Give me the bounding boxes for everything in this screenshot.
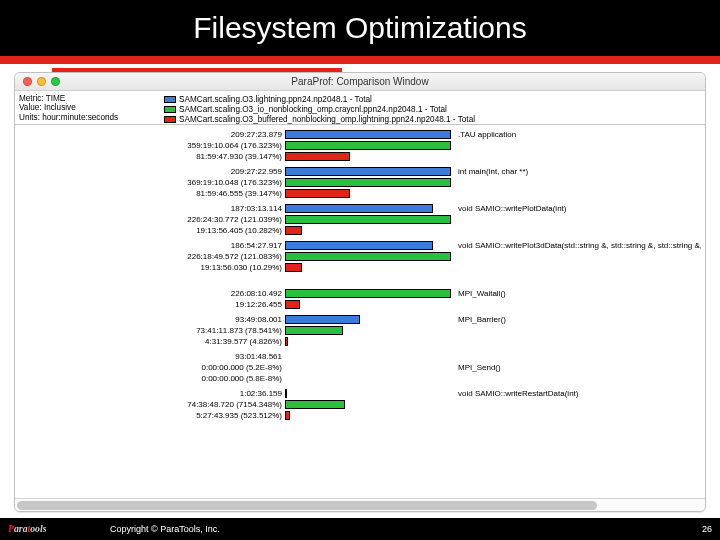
bar-track xyxy=(285,189,452,198)
bar xyxy=(285,167,451,176)
value-label: Value: Inclusive xyxy=(19,103,156,112)
swatch-icon xyxy=(164,116,176,123)
bar-row: 81:59:47.930 (39.147%) xyxy=(19,151,701,162)
bar-track xyxy=(285,141,452,150)
function-name: void SAMIO::writePlotData(int) xyxy=(452,204,701,213)
horizontal-scrollbar[interactable] xyxy=(15,498,705,511)
bar-track xyxy=(285,152,452,161)
bar-track xyxy=(285,374,452,383)
function-row[interactable]: 186:54:27.917void SAMIO::writePlot3dData… xyxy=(19,240,701,273)
bar xyxy=(285,263,302,272)
bar-track xyxy=(285,167,452,176)
slide-footer: Paratools Copyright © ParaTools, Inc. 26 xyxy=(0,518,720,540)
value-label: 81:59:47.930 (39.147%) xyxy=(19,152,285,161)
bar-row: 0:00:00.000 (5.2E-8%)MPI_Send() xyxy=(19,362,701,373)
bar-row: 209:27:23.879.TAU application xyxy=(19,129,701,140)
value-label: 187:03:13.114 xyxy=(19,204,285,213)
bar-track xyxy=(285,263,452,272)
value-label: 186:54:27.917 xyxy=(19,241,285,250)
bar-row: 369:19:10.048 (176.323%) xyxy=(19,177,701,188)
value-label: 226:18:49.572 (121.083%) xyxy=(19,252,285,261)
bar-row: 19:12:26.455 xyxy=(19,299,701,310)
bar xyxy=(285,315,360,324)
value-label: 369:19:10.048 (176.323%) xyxy=(19,178,285,187)
units-label: Units: hour:minute:seconds xyxy=(19,113,156,122)
bar xyxy=(285,411,290,420)
bar-track xyxy=(285,400,452,409)
legend-row: SAMCart.scaling.O3_buffered_nonblocking_… xyxy=(164,114,701,124)
red-divider xyxy=(0,56,720,64)
swatch-icon xyxy=(164,106,176,113)
value-label: 359:19:10.064 (176.323%) xyxy=(19,141,285,150)
logo: Paratools xyxy=(8,521,86,537)
function-name: void SAMIO::writeRestartData(int) xyxy=(452,389,701,398)
bar-track xyxy=(285,215,452,224)
bar-row: 93:01:48.561 xyxy=(19,351,701,362)
value-label: 19:12:26.455 xyxy=(19,300,285,309)
bar-track xyxy=(285,226,452,235)
bar xyxy=(285,289,451,298)
value-label: 0:00:00.000 (5.8E-8%) xyxy=(19,374,285,383)
bar-row: 1:02:36.159void SAMIO::writeRestartData(… xyxy=(19,388,701,399)
slide: Filesystem Optimizations ParaProf: Compa… xyxy=(0,0,720,540)
bar xyxy=(285,189,350,198)
legend-text: SAMCart.scaling.O3.lightning.ppn24.np204… xyxy=(179,95,372,104)
bar xyxy=(285,400,345,409)
bar-row: 74:38:48.720 (7154.348%) xyxy=(19,399,701,410)
bar-row: 187:03:13.114void SAMIO::writePlotData(i… xyxy=(19,203,701,214)
bar xyxy=(285,389,287,398)
value-label: 226:24:30.772 (121.039%) xyxy=(19,215,285,224)
bar-row: 0:00:00.000 (5.8E-8%) xyxy=(19,373,701,384)
bar xyxy=(285,141,451,150)
window-titlebar[interactable]: ParaProf: Comparison Window xyxy=(15,73,705,91)
metric-label: Metric: TIME xyxy=(19,94,156,103)
value-label: 19:13:56.405 (10.282%) xyxy=(19,226,285,235)
bar-track xyxy=(285,389,452,398)
function-row[interactable]: 209:27:23.879.TAU application359:19:10.0… xyxy=(19,129,701,162)
bar xyxy=(285,252,451,261)
function-row[interactable]: 93:01:48.5610:00:00.000 (5.2E-8%)MPI_Sen… xyxy=(19,351,701,384)
bar xyxy=(285,337,288,346)
bar xyxy=(285,215,451,224)
bar-row: 73:41:11.873 (78.541%) xyxy=(19,325,701,336)
bar-row: 186:54:27.917void SAMIO::writePlot3dData… xyxy=(19,240,701,251)
value-label: 74:38:48.720 (7154.348%) xyxy=(19,400,285,409)
bar-row: 209:27:22.959int main(int, char **) xyxy=(19,166,701,177)
scrollbar-thumb[interactable] xyxy=(17,501,597,510)
bar xyxy=(285,241,433,250)
legend: SAMCart.scaling.O3.lightning.ppn24.np204… xyxy=(160,91,705,124)
function-row[interactable]: 209:27:22.959int main(int, char **)369:1… xyxy=(19,166,701,199)
bar-row: 4:31:39.577 (4.826%) xyxy=(19,336,701,347)
value-label: 209:27:23.879 xyxy=(19,130,285,139)
function-row[interactable]: 187:03:13.114void SAMIO::writePlotData(i… xyxy=(19,203,701,236)
legend-text: SAMCart.scaling.O3_buffered_nonblocking_… xyxy=(179,115,475,124)
value-label: 5:27:43.935 (523.512%) xyxy=(19,411,285,420)
panel-header: Metric: TIME Value: Inclusive Units: hou… xyxy=(15,91,705,125)
bar xyxy=(285,326,343,335)
function-row[interactable]: 226:08:10.492MPI_Waitall()19:12:26.455 xyxy=(19,277,701,310)
function-name: .TAU application xyxy=(452,130,701,139)
bar-row: 19:13:56.405 (10.282%) xyxy=(19,225,701,236)
value-label: 93:01:48.561 xyxy=(19,352,285,361)
svg-text:Paratools: Paratools xyxy=(8,523,47,534)
value-label: 73:41:11.873 (78.541%) xyxy=(19,326,285,335)
slide-title-bar: Filesystem Optimizations xyxy=(0,0,720,56)
bar-row: 226:08:10.492MPI_Waitall() xyxy=(19,288,701,299)
function-row[interactable]: 93:49:08.001MPI_Barrier()73:41:11.873 (7… xyxy=(19,314,701,347)
function-name: void SAMIO::writePlot3dData(std::string … xyxy=(452,241,701,250)
function-name: int main(int, char **) xyxy=(452,167,701,176)
bar-row: 359:19:10.064 (176.323%) xyxy=(19,140,701,151)
slide-title: Filesystem Optimizations xyxy=(193,11,526,45)
bar-track xyxy=(285,315,452,324)
value-label: 81:59:46.555 (39.147%) xyxy=(19,189,285,198)
function-row[interactable]: 1:02:36.159void SAMIO::writeRestartData(… xyxy=(19,388,701,421)
bar xyxy=(285,130,451,139)
bar-row: 226:18:49.572 (121.083%) xyxy=(19,251,701,262)
value-label: 209:27:22.959 xyxy=(19,167,285,176)
bar-track xyxy=(285,352,452,361)
metric-meta: Metric: TIME Value: Inclusive Units: hou… xyxy=(15,91,160,124)
bar-chart[interactable]: 209:27:23.879.TAU application359:19:10.0… xyxy=(15,125,705,498)
legend-row: SAMCart.scaling.O3.lightning.ppn24.np204… xyxy=(164,94,701,104)
swatch-icon xyxy=(164,96,176,103)
bar xyxy=(285,226,302,235)
